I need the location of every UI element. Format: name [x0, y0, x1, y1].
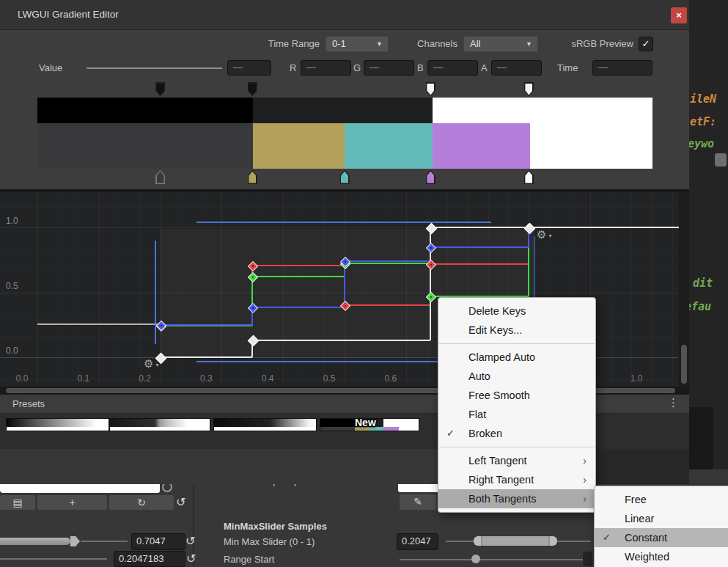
menu-item-edit-keys[interactable]: Edit Keys... [438, 321, 595, 340]
minmax-samples-header: MinMaxSlider Samples [224, 521, 327, 532]
menu-separator [439, 447, 595, 447]
close-button[interactable]: × [671, 7, 687, 23]
menu-item-free[interactable]: Free [595, 490, 728, 509]
chevron-down-icon: ▼ [526, 37, 532, 51]
gradient-alpha-key[interactable] [248, 82, 257, 96]
minmax-track-right[interactable] [557, 541, 591, 542]
check-icon: ✓ [446, 424, 455, 443]
x-axis-tick: 0.4 [257, 373, 279, 384]
kebab-menu-icon[interactable]: ⋮ [668, 396, 679, 409]
time-range-label: Time Range [242, 36, 320, 52]
screen: ileNetF:eywoditefau Linear Ramp Map ▤ + … [0, 0, 728, 567]
x-axis-tick: 0.2 [134, 373, 156, 384]
menu-item-label: Both Tangents [468, 493, 536, 505]
menu-item-linear[interactable]: Linear [595, 509, 728, 528]
gradient-color-key-fill [249, 172, 256, 183]
range-start-field[interactable] [583, 552, 592, 566]
gradient-alpha-key-fill [157, 84, 164, 95]
x-axis-tick: 0.3 [195, 373, 217, 384]
menu-item-label: Clamped Auto [468, 351, 535, 363]
value-field[interactable]: — [227, 60, 271, 76]
slider-fill[interactable] [0, 538, 70, 545]
menu-item-label: Right Tangent [468, 474, 534, 486]
preset-swatch[interactable] [109, 418, 210, 431]
menu-item-label: Broken [468, 428, 502, 439]
minmax-value-field[interactable]: 0.2047 [397, 533, 438, 550]
gradient-color-key[interactable] [155, 170, 165, 184]
menu-item-right-tangent[interactable]: Right Tangent› [438, 470, 595, 489]
gradient-color-key[interactable] [248, 170, 257, 184]
range-start-track[interactable] [400, 559, 591, 560]
preset-swatch[interactable] [213, 418, 317, 431]
menu-item-weighted[interactable]: Weighted [595, 547, 728, 566]
menu-item-label: Constant [625, 532, 667, 544]
gradient-color-key[interactable] [426, 170, 435, 184]
menu-item-delete-keys[interactable]: Delete Keys [438, 301, 595, 321]
new-preset-button[interactable]: New [355, 417, 376, 428]
slider-track[interactable] [81, 541, 128, 542]
menu-item-clamped-auto[interactable]: Clamped Auto [438, 348, 595, 367]
gradient-color-key[interactable] [340, 170, 350, 184]
time-field[interactable]: — [592, 60, 652, 76]
gear-icon[interactable]: ⚙ [144, 358, 153, 369]
time-range-dropdown[interactable]: 0-1 ▼ [326, 36, 389, 52]
key-center-dot [252, 266, 254, 268]
slider-track-2[interactable] [0, 558, 107, 560]
gradient-color-strip[interactable] [37, 123, 652, 169]
r-label: R [290, 60, 300, 76]
minmax-slider-bar[interactable] [474, 536, 557, 546]
key-center-dot [252, 276, 254, 278]
save-button[interactable]: ▤ [0, 495, 35, 510]
minmax-track-left[interactable] [446, 541, 474, 542]
channels-label: Channels [400, 36, 457, 52]
undo-icon[interactable]: ↺ [185, 534, 195, 548]
value-label: Value [39, 60, 68, 76]
r-field[interactable]: — [301, 60, 351, 76]
menu-item-free-smooth[interactable]: Free Smooth [438, 386, 595, 405]
refresh-button[interactable]: ↻ [109, 495, 174, 510]
srgb-preview-checkbox[interactable]: ✓ [639, 37, 653, 51]
menu-item-label: Delete Keys [468, 305, 526, 317]
code-scrollbar-thumb[interactable] [715, 153, 727, 167]
add-button[interactable]: + [37, 495, 107, 510]
menu-separator [439, 343, 595, 344]
gradient-alpha-strip[interactable] [37, 98, 652, 123]
preset-swatch[interactable] [6, 418, 109, 431]
menu-item-auto[interactable]: Auto [438, 367, 595, 386]
pencil-button[interactable]: ✎ [400, 494, 436, 510]
gear-icon[interactable]: ⚙ [537, 229, 546, 240]
channels-dropdown[interactable]: All ▼ [463, 36, 538, 52]
vertical-scrollbar-thumb[interactable] [681, 345, 687, 384]
menu-item-both-tangents[interactable]: Both Tangents› [438, 489, 595, 508]
code-text: dit [693, 277, 713, 290]
undo-icon[interactable]: ↺ [186, 552, 196, 566]
y-axis-tick: 0.0 [6, 345, 18, 356]
key-center-dot [430, 247, 433, 249]
a-field[interactable]: — [491, 60, 542, 76]
minmax-slider-label: Min Max Slider (0 - 1) [224, 536, 315, 547]
time-range-value: 0-1 [332, 38, 346, 49]
range-start-handle[interactable] [471, 555, 480, 563]
b-field[interactable]: — [427, 60, 478, 76]
range-value-field[interactable]: 0.2047183 [114, 551, 185, 567]
undo-icon[interactable]: ↺ [176, 495, 185, 509]
menu-item-label: Flat [468, 409, 486, 420]
gradient-alpha-key[interactable] [426, 82, 435, 96]
gradient-alpha-key[interactable] [524, 82, 534, 96]
gradient-color-key[interactable] [524, 170, 534, 184]
menu-item-broken[interactable]: Broken✓ [438, 424, 595, 443]
y-axis-tick: 1.0 [6, 216, 18, 226]
g-field[interactable]: — [364, 60, 414, 76]
menu-item-label: Edit Keys... [468, 324, 522, 336]
gradient-alpha-key[interactable] [155, 82, 165, 96]
menu-item-left-tangent[interactable]: Left Tangent› [438, 451, 595, 470]
titlebar[interactable]: LWGUI Gradient Editor [0, 0, 689, 30]
menu-item-flat[interactable]: Flat [438, 405, 595, 424]
gradient-alpha-key-fill [249, 84, 256, 95]
menu-item-constant[interactable]: Constant✓ [595, 528, 728, 547]
value-slider[interactable] [87, 67, 222, 69]
time-label: Time [557, 60, 587, 76]
gradient-color-key-fill [157, 172, 164, 183]
srgb-preview-label: sRGB Preview [553, 36, 633, 52]
slider-value-field[interactable]: 0.7047 [131, 533, 185, 550]
